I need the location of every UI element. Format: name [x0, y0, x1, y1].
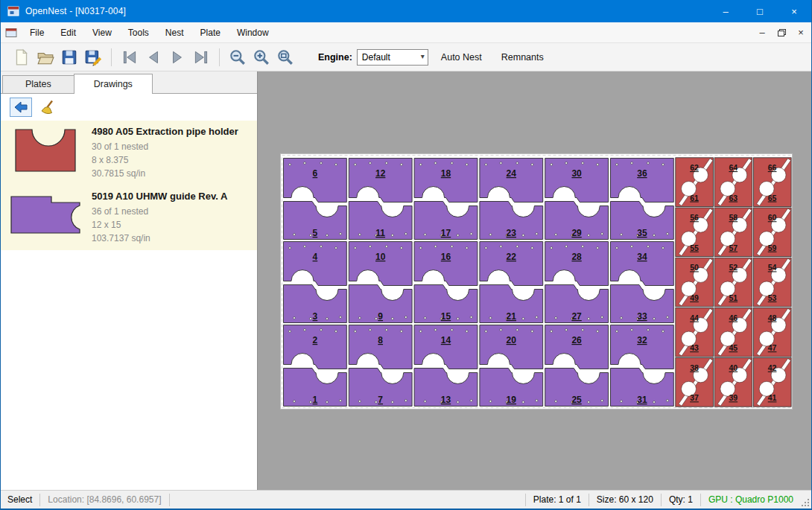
- drill-hole: [405, 316, 407, 319]
- mdi-close-button[interactable]: ×: [792, 25, 810, 41]
- drill-hole: [653, 401, 656, 404]
- part-number-label: 62: [690, 163, 699, 172]
- menu-tools[interactable]: Tools: [120, 24, 157, 42]
- plate[interactable]: 6512111817242330293635431091615222128273…: [280, 153, 793, 409]
- drill-hole: [340, 400, 342, 402]
- drawing-list-item[interactable]: 4980 A05 Extraction pipe holder 30 of 1 …: [1, 121, 257, 185]
- red-part-pair[interactable]: 4039: [714, 358, 752, 407]
- red-part-pair[interactable]: 6261: [676, 158, 714, 207]
- tab-drawings[interactable]: Drawings: [74, 74, 153, 94]
- mdi-restore-button[interactable]: [773, 25, 790, 41]
- zoom-in-button[interactable]: [250, 45, 273, 69]
- drill-hole: [320, 246, 323, 248]
- red-part-pair[interactable]: 4645: [714, 307, 752, 357]
- clear-nest-button[interactable]: [38, 98, 60, 117]
- open-button[interactable]: [34, 45, 57, 69]
- drill-hole: [424, 401, 426, 403]
- part-number-label: 41: [768, 393, 777, 402]
- drill-hole: [369, 162, 371, 165]
- part-number-label: 43: [690, 343, 699, 352]
- red-part-pair[interactable]: 4847: [753, 307, 791, 357]
- drill-hole: [310, 235, 312, 237]
- titlebar: OpenNest - [N0317-004] – □ ×: [1, 0, 811, 22]
- previous-plate-button[interactable]: [142, 45, 165, 69]
- red-part-pair[interactable]: 4443: [676, 307, 714, 357]
- drill-hole: [631, 162, 633, 165]
- red-part-pair[interactable]: 5655: [676, 208, 714, 257]
- red-part-pair[interactable]: 6059: [753, 208, 791, 257]
- part-number-label: 52: [729, 263, 738, 272]
- drawing-list: 4980 A05 Extraction pipe holder 30 of 1 …: [1, 121, 257, 490]
- minimize-button[interactable]: –: [708, 0, 743, 22]
- part-number-label: 33: [637, 311, 647, 322]
- part-area: 103.7137 sq/in: [92, 232, 227, 245]
- nest-canvas[interactable]: 6512111817242330293635431091615222128273…: [258, 71, 811, 490]
- part-number-label: 60: [768, 213, 777, 222]
- drill-hole: [647, 246, 650, 248]
- remnants-button[interactable]: Remnants: [495, 48, 551, 66]
- part-number-label: 5: [313, 228, 318, 238]
- drill-hole: [369, 246, 371, 248]
- next-arrow-icon: [168, 48, 186, 66]
- part-number-label: 42: [768, 363, 777, 372]
- resize-grip[interactable]: [801, 491, 811, 509]
- part-number-label: 25: [571, 395, 582, 405]
- drill-hole: [391, 235, 393, 237]
- zoom-fit-button[interactable]: [273, 45, 297, 69]
- mdi-minimize-button[interactable]: –: [753, 25, 771, 41]
- save-as-button[interactable]: [81, 45, 105, 69]
- engine-combobox[interactable]: Default ▾: [357, 49, 428, 66]
- red-part-pair[interactable]: 3837: [676, 358, 714, 407]
- part-number-label: 24: [507, 168, 517, 179]
- maximize-button[interactable]: □: [743, 0, 777, 22]
- nest-plate-drawing[interactable]: 6512111817242330293635431091615222128273…: [280, 153, 793, 409]
- next-plate-button[interactable]: [165, 45, 189, 69]
- drill-hole: [582, 246, 584, 248]
- last-plate-button[interactable]: [189, 45, 213, 69]
- menu-plate[interactable]: Plate: [192, 24, 229, 42]
- main-area: Plates Drawings: [1, 71, 811, 490]
- zoom-out-button[interactable]: [226, 45, 250, 69]
- new-button[interactable]: [10, 45, 34, 69]
- part-number-label: 35: [637, 228, 647, 238]
- red-part-pair[interactable]: 5049: [676, 258, 714, 307]
- save-button[interactable]: [57, 45, 81, 69]
- close-button[interactable]: ×: [777, 0, 811, 22]
- window-title: OpenNest - [N0317-004]: [25, 6, 126, 16]
- red-part-pair[interactable]: 4241: [753, 358, 791, 407]
- drill-hole: [434, 329, 437, 331]
- drill-hole: [601, 400, 603, 402]
- part-number-label: 22: [507, 252, 517, 262]
- menu-window[interactable]: Window: [229, 24, 277, 42]
- menu-edit[interactable]: Edit: [52, 24, 84, 42]
- first-plate-button[interactable]: [118, 45, 142, 69]
- drawing-list-item[interactable]: 5019 A10 UHMW guide Rev. A 36 of 1 neste…: [1, 185, 257, 250]
- red-part-pair[interactable]: 6463: [714, 158, 752, 207]
- statusbar: Select Location: [84.8696, 60.6957] Plat…: [1, 490, 811, 509]
- drill-hole: [621, 401, 623, 403]
- blue-arrow-left-icon: [13, 99, 29, 115]
- drill-hole: [500, 162, 502, 165]
- part-number-label: 2: [313, 335, 318, 345]
- red-part-pair[interactable]: 5453: [753, 258, 791, 307]
- drill-hole: [616, 331, 618, 333]
- red-part-pair[interactable]: 6665: [753, 158, 791, 207]
- red-part-pair[interactable]: 5857: [714, 208, 752, 257]
- drill-hole: [588, 235, 590, 237]
- drill-hole: [354, 247, 356, 249]
- drill-hole: [451, 162, 453, 165]
- drill-hole: [601, 233, 603, 235]
- tab-plates[interactable]: Plates: [2, 75, 74, 93]
- auto-nest-button[interactable]: Auto Nest: [434, 48, 489, 66]
- red-part-pair[interactable]: 5251: [714, 258, 752, 307]
- drill-hole: [457, 318, 459, 320]
- menu-file[interactable]: File: [22, 24, 52, 42]
- drill-hole: [335, 331, 337, 333]
- part-number-label: 50: [690, 263, 699, 272]
- menu-nest[interactable]: Nest: [157, 24, 192, 42]
- drill-hole: [304, 162, 306, 165]
- menu-view[interactable]: View: [84, 24, 120, 42]
- part-number-label: 29: [571, 228, 582, 238]
- return-parts-button[interactable]: [10, 98, 32, 117]
- drill-hole: [551, 247, 553, 249]
